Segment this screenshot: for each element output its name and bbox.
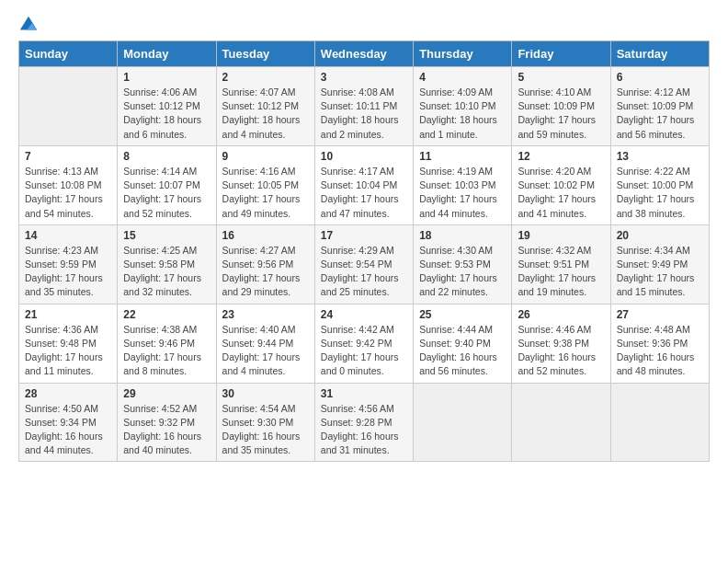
day-number: 1 xyxy=(123,71,210,84)
day-number: 22 xyxy=(123,308,210,321)
day-info: Sunrise: 4:19 AM Sunset: 10:03 PM Daylig… xyxy=(419,165,506,221)
page-header xyxy=(18,15,710,35)
day-number: 21 xyxy=(25,308,111,321)
day-info: Sunrise: 4:30 AM Sunset: 9:53 PM Dayligh… xyxy=(419,244,506,300)
calendar-cell xyxy=(610,383,709,462)
day-info: Sunrise: 4:23 AM Sunset: 9:59 PM Dayligh… xyxy=(25,244,111,300)
day-number: 19 xyxy=(518,229,604,242)
day-number: 12 xyxy=(518,150,604,163)
day-info: Sunrise: 4:10 AM Sunset: 10:09 PM Daylig… xyxy=(518,86,604,142)
calendar-cell: 24Sunrise: 4:42 AM Sunset: 9:42 PM Dayli… xyxy=(314,304,413,383)
calendar-week-row: 21Sunrise: 4:36 AM Sunset: 9:48 PM Dayli… xyxy=(19,304,710,383)
calendar-table: SundayMondayTuesdayWednesdayThursdayFrid… xyxy=(18,40,710,462)
day-info: Sunrise: 4:44 AM Sunset: 9:40 PM Dayligh… xyxy=(419,323,506,379)
calendar-week-row: 28Sunrise: 4:50 AM Sunset: 9:34 PM Dayli… xyxy=(19,383,710,462)
day-header-saturday: Saturday xyxy=(610,41,709,67)
calendar-cell: 1Sunrise: 4:06 AM Sunset: 10:12 PM Dayli… xyxy=(118,67,216,146)
day-number: 25 xyxy=(419,308,506,321)
calendar-cell: 29Sunrise: 4:52 AM Sunset: 9:32 PM Dayli… xyxy=(118,383,216,462)
day-info: Sunrise: 4:54 AM Sunset: 9:30 PM Dayligh… xyxy=(222,402,309,458)
day-info: Sunrise: 4:40 AM Sunset: 9:44 PM Dayligh… xyxy=(222,323,309,379)
day-number: 20 xyxy=(617,229,703,242)
calendar-cell: 27Sunrise: 4:48 AM Sunset: 9:36 PM Dayli… xyxy=(610,304,709,383)
calendar-cell: 3Sunrise: 4:08 AM Sunset: 10:11 PM Dayli… xyxy=(314,67,413,146)
day-info: Sunrise: 4:16 AM Sunset: 10:05 PM Daylig… xyxy=(222,165,309,221)
calendar-cell xyxy=(512,383,610,462)
calendar-cell: 21Sunrise: 4:36 AM Sunset: 9:48 PM Dayli… xyxy=(19,304,118,383)
day-info: Sunrise: 4:52 AM Sunset: 9:32 PM Dayligh… xyxy=(123,402,210,458)
calendar-cell: 15Sunrise: 4:25 AM Sunset: 9:58 PM Dayli… xyxy=(118,224,216,304)
day-info: Sunrise: 4:20 AM Sunset: 10:02 PM Daylig… xyxy=(518,165,604,221)
day-info: Sunrise: 4:22 AM Sunset: 10:00 PM Daylig… xyxy=(617,165,703,221)
day-info: Sunrise: 4:13 AM Sunset: 10:08 PM Daylig… xyxy=(25,165,111,221)
day-header-tuesday: Tuesday xyxy=(216,41,314,67)
calendar-cell: 30Sunrise: 4:54 AM Sunset: 9:30 PM Dayli… xyxy=(216,383,314,462)
calendar-week-row: 14Sunrise: 4:23 AM Sunset: 9:59 PM Dayli… xyxy=(19,224,710,304)
calendar-cell: 19Sunrise: 4:32 AM Sunset: 9:51 PM Dayli… xyxy=(512,224,610,304)
day-info: Sunrise: 4:29 AM Sunset: 9:54 PM Dayligh… xyxy=(321,244,407,300)
day-header-thursday: Thursday xyxy=(414,41,512,67)
day-number: 18 xyxy=(419,229,506,242)
day-header-friday: Friday xyxy=(512,41,610,67)
day-number: 9 xyxy=(222,150,309,163)
day-number: 24 xyxy=(321,308,407,321)
day-number: 14 xyxy=(25,229,111,242)
day-info: Sunrise: 4:42 AM Sunset: 9:42 PM Dayligh… xyxy=(321,323,407,379)
day-info: Sunrise: 4:48 AM Sunset: 9:36 PM Dayligh… xyxy=(617,323,703,379)
calendar-cell: 4Sunrise: 4:09 AM Sunset: 10:10 PM Dayli… xyxy=(414,67,512,146)
calendar-cell: 8Sunrise: 4:14 AM Sunset: 10:07 PM Dayli… xyxy=(118,145,216,224)
day-number: 26 xyxy=(518,308,604,321)
calendar-cell: 13Sunrise: 4:22 AM Sunset: 10:00 PM Dayl… xyxy=(610,145,709,224)
day-info: Sunrise: 4:08 AM Sunset: 10:11 PM Daylig… xyxy=(321,86,407,142)
day-number: 6 xyxy=(617,71,703,84)
calendar-week-row: 7Sunrise: 4:13 AM Sunset: 10:08 PM Dayli… xyxy=(19,145,710,224)
day-info: Sunrise: 4:06 AM Sunset: 10:12 PM Daylig… xyxy=(123,86,210,142)
calendar-cell: 7Sunrise: 4:13 AM Sunset: 10:08 PM Dayli… xyxy=(19,145,118,224)
calendar-cell: 16Sunrise: 4:27 AM Sunset: 9:56 PM Dayli… xyxy=(216,224,314,304)
calendar-cell: 14Sunrise: 4:23 AM Sunset: 9:59 PM Dayli… xyxy=(19,224,118,304)
calendar-header-row: SundayMondayTuesdayWednesdayThursdayFrid… xyxy=(19,41,710,67)
day-info: Sunrise: 4:12 AM Sunset: 10:09 PM Daylig… xyxy=(617,86,703,142)
calendar-cell: 17Sunrise: 4:29 AM Sunset: 9:54 PM Dayli… xyxy=(314,224,413,304)
day-number: 30 xyxy=(222,387,309,400)
day-number: 23 xyxy=(222,308,309,321)
day-number: 8 xyxy=(123,150,210,163)
calendar-cell: 26Sunrise: 4:46 AM Sunset: 9:38 PM Dayli… xyxy=(512,304,610,383)
calendar-cell: 5Sunrise: 4:10 AM Sunset: 10:09 PM Dayli… xyxy=(512,67,610,146)
day-number: 11 xyxy=(419,150,506,163)
logo-icon xyxy=(18,15,39,35)
day-info: Sunrise: 4:50 AM Sunset: 9:34 PM Dayligh… xyxy=(25,402,111,458)
day-number: 3 xyxy=(321,71,407,84)
day-header-sunday: Sunday xyxy=(19,41,118,67)
calendar-cell: 22Sunrise: 4:38 AM Sunset: 9:46 PM Dayli… xyxy=(118,304,216,383)
day-info: Sunrise: 4:17 AM Sunset: 10:04 PM Daylig… xyxy=(321,165,407,221)
day-info: Sunrise: 4:38 AM Sunset: 9:46 PM Dayligh… xyxy=(123,323,210,379)
calendar-cell: 11Sunrise: 4:19 AM Sunset: 10:03 PM Dayl… xyxy=(414,145,512,224)
day-number: 2 xyxy=(222,71,309,84)
day-number: 29 xyxy=(123,387,210,400)
day-number: 5 xyxy=(518,71,604,84)
day-number: 4 xyxy=(419,71,506,84)
calendar-cell: 23Sunrise: 4:40 AM Sunset: 9:44 PM Dayli… xyxy=(216,304,314,383)
day-info: Sunrise: 4:25 AM Sunset: 9:58 PM Dayligh… xyxy=(123,244,210,300)
day-info: Sunrise: 4:34 AM Sunset: 9:49 PM Dayligh… xyxy=(617,244,703,300)
calendar-cell: 2Sunrise: 4:07 AM Sunset: 10:12 PM Dayli… xyxy=(216,67,314,146)
day-header-monday: Monday xyxy=(118,41,216,67)
day-number: 16 xyxy=(222,229,309,242)
calendar-cell xyxy=(19,67,118,146)
day-info: Sunrise: 4:14 AM Sunset: 10:07 PM Daylig… xyxy=(123,165,210,221)
calendar-cell: 20Sunrise: 4:34 AM Sunset: 9:49 PM Dayli… xyxy=(610,224,709,304)
day-header-wednesday: Wednesday xyxy=(314,41,413,67)
calendar-cell: 25Sunrise: 4:44 AM Sunset: 9:40 PM Dayli… xyxy=(414,304,512,383)
day-info: Sunrise: 4:07 AM Sunset: 10:12 PM Daylig… xyxy=(222,86,309,142)
day-number: 13 xyxy=(617,150,703,163)
day-number: 27 xyxy=(617,308,703,321)
calendar-cell: 9Sunrise: 4:16 AM Sunset: 10:05 PM Dayli… xyxy=(216,145,314,224)
calendar-cell: 31Sunrise: 4:56 AM Sunset: 9:28 PM Dayli… xyxy=(314,383,413,462)
day-number: 7 xyxy=(25,150,111,163)
day-info: Sunrise: 4:27 AM Sunset: 9:56 PM Dayligh… xyxy=(222,244,309,300)
day-number: 31 xyxy=(321,387,407,400)
logo xyxy=(18,15,42,35)
calendar-cell: 6Sunrise: 4:12 AM Sunset: 10:09 PM Dayli… xyxy=(610,67,709,146)
calendar-cell: 12Sunrise: 4:20 AM Sunset: 10:02 PM Dayl… xyxy=(512,145,610,224)
